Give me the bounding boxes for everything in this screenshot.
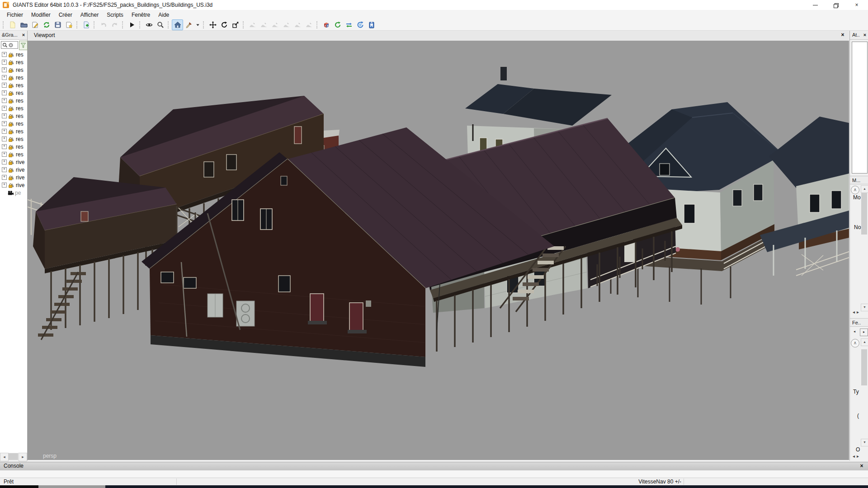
terrain-smooth-button[interactable] xyxy=(269,19,281,30)
expand-toggle[interactable]: + xyxy=(2,75,7,80)
menu-fenetre[interactable]: Fenêtre xyxy=(127,11,154,19)
expand-toggle[interactable]: + xyxy=(2,144,7,149)
minimize-button[interactable] xyxy=(805,0,826,10)
scroll-thumb[interactable] xyxy=(861,193,867,235)
attributes-close-button[interactable]: × xyxy=(861,31,868,39)
menu-scripts[interactable]: Scripts xyxy=(103,11,127,19)
restore-button[interactable] xyxy=(826,0,846,10)
tree-item-rive[interactable]: +rive xyxy=(0,181,27,189)
tab-next-button[interactable]: ▸ xyxy=(860,328,868,336)
tree-item-rive[interactable]: +rive xyxy=(0,158,27,166)
viewport-3d-canvas[interactable]: persp xyxy=(28,41,849,460)
show-toggle-button[interactable] xyxy=(143,19,155,30)
viewport-close-button[interactable]: × xyxy=(839,32,846,38)
clear-search-icon[interactable] xyxy=(8,42,14,48)
expand-toggle[interactable]: + xyxy=(2,52,7,57)
close-button[interactable]: × xyxy=(846,0,867,10)
expand-toggle[interactable]: + xyxy=(2,106,7,111)
expand-toggle[interactable]: + xyxy=(2,67,7,72)
tree-item-res[interactable]: +res xyxy=(0,89,27,97)
tree-item-res[interactable]: +res xyxy=(0,58,27,66)
scroll-up-button[interactable]: ▲ xyxy=(861,338,868,346)
menu-creer[interactable]: Créer xyxy=(55,11,76,19)
sync-objects-button[interactable] xyxy=(354,19,366,30)
open-file-button[interactable] xyxy=(18,19,29,30)
tree-item-rive[interactable]: +rive xyxy=(0,174,27,181)
tree-item-res[interactable]: +res xyxy=(0,51,27,58)
tree-item-res[interactable]: +res xyxy=(0,104,27,112)
expand-toggle[interactable]: + xyxy=(2,175,7,180)
edit-file-button[interactable] xyxy=(29,19,41,30)
scenegraph-close-button[interactable]: × xyxy=(20,31,27,39)
expand-toggle[interactable]: + xyxy=(2,152,7,157)
terrain-paint-button[interactable] xyxy=(292,19,303,30)
scroll-down-button[interactable]: ▼ xyxy=(861,304,868,311)
texture-cube-button[interactable] xyxy=(321,19,332,30)
tree-item-res[interactable]: +res xyxy=(0,135,27,143)
fenetre-hscroll-arrows[interactable]: ◂▸ xyxy=(853,454,861,459)
save-as-button[interactable] xyxy=(63,19,75,30)
reload-scripts-button[interactable] xyxy=(332,19,343,30)
console-close-button[interactable]: × xyxy=(858,462,865,470)
expand-toggle[interactable]: + xyxy=(2,167,7,172)
fenetre-vscrollbar[interactable]: ▲ ▼ xyxy=(861,338,868,450)
zoom-tool-button[interactable] xyxy=(155,19,166,30)
fenetre-collapse-button[interactable]: ∧ xyxy=(851,339,859,347)
expand-toggle[interactable]: + xyxy=(2,160,7,164)
tree-item-res[interactable]: +res xyxy=(0,81,27,89)
expand-toggle[interactable]: + xyxy=(2,136,7,141)
expand-toggle[interactable]: + xyxy=(2,113,7,118)
rotate-tool-button[interactable] xyxy=(218,19,230,30)
tree-item-res[interactable]: +res xyxy=(0,127,27,135)
scroll-down-button[interactable]: ▼ xyxy=(861,439,868,446)
expand-toggle[interactable]: + xyxy=(2,90,7,95)
scroll-thumb[interactable] xyxy=(861,349,867,385)
camera-home-button[interactable] xyxy=(172,19,183,30)
translate-tool-button[interactable] xyxy=(207,19,218,30)
attributes-list[interactable] xyxy=(852,42,868,174)
scroll-up-button[interactable]: ▲ xyxy=(861,185,868,193)
brush-options-button[interactable] xyxy=(194,19,201,30)
scroll-thumb[interactable] xyxy=(8,453,18,460)
save-file-button[interactable] xyxy=(52,19,63,30)
filter-button[interactable] xyxy=(19,41,28,50)
menu-aide[interactable]: Aide xyxy=(154,11,173,19)
play-button[interactable] xyxy=(126,19,137,30)
tree-item-rive[interactable]: +rive xyxy=(0,166,27,174)
materials-vscrollbar[interactable]: ▲ ▼ xyxy=(861,185,868,315)
tree-item-res[interactable]: +res xyxy=(0,112,27,120)
replace-assets-button[interactable] xyxy=(343,19,354,30)
expand-toggle[interactable]: + xyxy=(2,183,7,188)
menu-afficher[interactable]: Afficher xyxy=(76,11,103,19)
materials-collapse-button[interactable]: ∧ xyxy=(851,186,859,194)
scale-tool-button[interactable] xyxy=(230,19,241,30)
tree-item-res[interactable]: +res xyxy=(0,74,27,81)
paint-brush-button[interactable] xyxy=(183,19,194,30)
materials-hscroll-arrows[interactable]: ◂▸ xyxy=(853,310,861,314)
reload-file-button[interactable] xyxy=(41,19,52,30)
redo-button[interactable] xyxy=(109,19,120,30)
console-output[interactable] xyxy=(0,470,868,478)
scroll-left-button[interactable]: ◂ xyxy=(0,453,9,461)
tree-item-res[interactable]: +res xyxy=(0,66,27,74)
expand-toggle[interactable]: + xyxy=(2,129,7,134)
terrain-raise-button[interactable] xyxy=(247,19,258,30)
expand-toggle[interactable]: + xyxy=(2,83,7,88)
terrain-flatten-button[interactable] xyxy=(281,19,292,30)
tree-item-res[interactable]: +res xyxy=(0,143,27,150)
add-page-button[interactable] xyxy=(80,19,92,30)
paste-special-button[interactable] xyxy=(366,19,377,30)
expand-toggle[interactable]: + xyxy=(2,121,7,126)
terrain-foliage-button[interactable] xyxy=(303,19,315,30)
tree-item-res[interactable]: +res xyxy=(0,120,27,127)
menu-modifier[interactable]: Modifier xyxy=(27,11,55,19)
tree-item-pe[interactable]: pe xyxy=(0,189,27,197)
expand-toggle[interactable]: + xyxy=(2,60,7,65)
menu-fichier[interactable]: Fichier xyxy=(3,11,27,19)
tree-item-res[interactable]: +res xyxy=(0,150,27,158)
scenegraph-search-input[interactable] xyxy=(1,41,18,49)
scroll-right-button[interactable]: ▸ xyxy=(19,453,27,461)
scenegraph-hscrollbar[interactable]: ◂ ▸ xyxy=(0,453,27,460)
new-file-button[interactable] xyxy=(7,19,18,30)
terrain-lower-button[interactable] xyxy=(258,19,269,30)
